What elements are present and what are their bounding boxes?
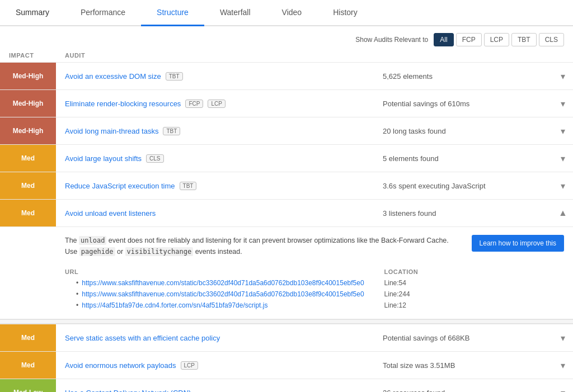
audit-title[interactable]: Reduce JavaScript execution time [65, 182, 175, 190]
audit-detail: 26 resources found [374, 383, 553, 392]
audit-content: Serve static assets with an efficient ca… [56, 328, 374, 348]
audit-title[interactable]: Serve static assets with an efficient ca… [65, 334, 220, 342]
tab-history[interactable]: History [317, 0, 373, 26]
tab-summary[interactable]: Summary [0, 0, 65, 26]
audit-row: Med-HighAvoid an excessive DOM sizeTBT5,… [0, 62, 573, 89]
url-link[interactable]: https://www.saksfifthavenue.com/static/b… [82, 279, 384, 287]
audit-detail: Total size was 3.51MB [374, 356, 553, 375]
audit-row: MedAvoid unload event listeners3 listene… [0, 199, 573, 226]
impact-badge: Med-Low [0, 379, 56, 392]
audit-row: MedServe static assets with an efficient… [0, 324, 573, 351]
audit-detail: 5 elements found [374, 149, 553, 168]
learn-button[interactable]: Learn how to improve this [472, 235, 564, 252]
audit-tag: LCP [181, 361, 198, 370]
visibilitychange-code: visibilitychange [125, 247, 194, 256]
impact-badge: Med [0, 200, 56, 226]
audit-row: Med-LowUse a Content Delivery Network (C… [0, 379, 573, 392]
url-bullet: • [76, 290, 78, 298]
url-row: •https://4af51bfa97de.cdn4.forter.com/sn… [65, 300, 452, 311]
url-bullet: • [76, 279, 78, 287]
filter-label: Show Audits Relevant to [355, 36, 428, 44]
audit-detail: 3.6s spent executing JavaScript [374, 176, 553, 196]
impact-badge: Med [0, 172, 56, 199]
audit-content: Avoid enormous network payloadsLCP [56, 356, 374, 375]
unload-code: unload [79, 236, 106, 245]
impact-header: IMPACT [9, 52, 65, 59]
impact-badge: Med [0, 324, 56, 351]
audit-row: Med-HighAvoid long main-thread tasksTBT2… [0, 117, 573, 144]
url-row: •https://www.saksfifthavenue.com/static/… [65, 277, 452, 289]
tab-structure[interactable]: Structure [141, 0, 204, 26]
expand-chevron-icon[interactable]: ▾ [553, 71, 573, 82]
tab-video[interactable]: Video [266, 0, 318, 26]
audit-title[interactable]: Avoid large layout shifts [65, 154, 142, 163]
url-bullet: • [76, 301, 78, 309]
expand-chevron-icon[interactable]: ▾ [553, 388, 573, 392]
audit-tag: CLS [146, 154, 163, 163]
audit-content: Reduce JavaScript execution timeTBT [56, 176, 374, 196]
audit-row: MedAvoid enormous network payloadsLCPTot… [0, 351, 573, 379]
audit-title[interactable]: Use a Content Delivery Network (CDN) [65, 389, 191, 392]
expanded-panel: The unload event does not fire reliably … [0, 226, 573, 319]
location-col-header: LOCATION [384, 268, 452, 275]
url-location: Line:54 [384, 279, 452, 287]
audit-title[interactable]: Eliminate render-blocking resources [65, 100, 181, 108]
audit-title[interactable]: Avoid an excessive DOM size [65, 72, 161, 81]
audit-title[interactable]: Avoid unload event listeners [65, 209, 156, 218]
audit-detail: 5,625 elements [374, 67, 553, 86]
filter-btn-tbt[interactable]: TBT [511, 33, 537, 46]
audit-row: Med-HighEliminate render-blocking resour… [0, 89, 573, 117]
filter-btn-all[interactable]: All [434, 33, 453, 46]
audit-tag: FCP [185, 100, 203, 108]
expand-chevron-icon[interactable]: ▾ [553, 153, 573, 164]
audit-detail: 20 long tasks found [374, 121, 553, 141]
expand-chevron-icon[interactable]: ▾ [553, 360, 573, 371]
audit-tag: TBT [163, 127, 180, 135]
expand-chevron-icon[interactable]: ▾ [553, 98, 573, 109]
tab-performance[interactable]: Performance [65, 0, 141, 26]
impact-badge: Med-High [0, 90, 56, 117]
audit-header: AUDIT [65, 52, 564, 59]
audit-tag: TBT [166, 72, 183, 81]
audit-row: MedReduce JavaScript execution timeTBT3.… [0, 172, 573, 199]
column-headers: IMPACT AUDIT [0, 52, 573, 62]
url-location: Line:244 [384, 290, 452, 298]
filter-btn-lcp[interactable]: LCP [484, 33, 509, 46]
url-link[interactable]: https://www.saksfifthavenue.com/static/b… [82, 290, 384, 298]
impact-badge: Med-High [0, 63, 56, 89]
filter-btn-cls[interactable]: CLS [539, 33, 564, 46]
expand-chevron-icon[interactable]: ▾ [553, 333, 573, 343]
expand-chevron-icon[interactable]: ▾ [553, 126, 573, 136]
impact-badge: Med-High [0, 117, 56, 144]
audit-tag: LCP [208, 100, 225, 108]
pagehide-code: pagehide [79, 247, 115, 256]
audit-content: Avoid large layout shiftsCLS [56, 149, 374, 168]
tab-waterfall[interactable]: Waterfall [204, 0, 266, 26]
audit-content: Avoid unload event listeners [56, 204, 374, 223]
audit-row: MedAvoid large layout shiftsCLS5 element… [0, 144, 573, 172]
audit-content: Eliminate render-blocking resourcesFCPLC… [56, 94, 374, 114]
expand-chevron-icon[interactable]: ▲ [553, 208, 573, 218]
section-divider [0, 319, 573, 324]
audit-detail: Potential savings of 610ms [374, 94, 553, 114]
url-link[interactable]: https://4af51bfa97de.cdn4.forter.com/sn/… [82, 301, 384, 309]
url-row: •https://www.saksfifthavenue.com/static/… [65, 289, 452, 300]
expand-chevron-icon[interactable]: ▾ [553, 181, 573, 191]
filter-btn-fcp[interactable]: FCP [456, 33, 482, 46]
impact-badge: Med [0, 352, 56, 379]
impact-badge: Med [0, 145, 56, 172]
url-location: Line:12 [384, 301, 452, 309]
tabs-bar: SummaryPerformanceStructureWaterfallVide… [0, 0, 573, 26]
audit-content: Avoid long main-thread tasksTBT [56, 121, 374, 141]
audit-title[interactable]: Avoid long main-thread tasks [65, 127, 158, 135]
url-col-header: URL [65, 268, 384, 275]
audit-detail: Potential savings of 668KB [374, 328, 553, 348]
filter-bar: Show Audits Relevant to AllFCPLCPTBTCLS [0, 33, 573, 52]
audit-title[interactable]: Avoid enormous network payloads [65, 361, 176, 370]
audit-tag: TBT [180, 182, 197, 190]
audit-content: Use a Content Delivery Network (CDN) [56, 383, 374, 392]
audit-detail: 3 listeners found [374, 204, 553, 223]
audit-content: Avoid an excessive DOM sizeTBT [56, 67, 374, 86]
